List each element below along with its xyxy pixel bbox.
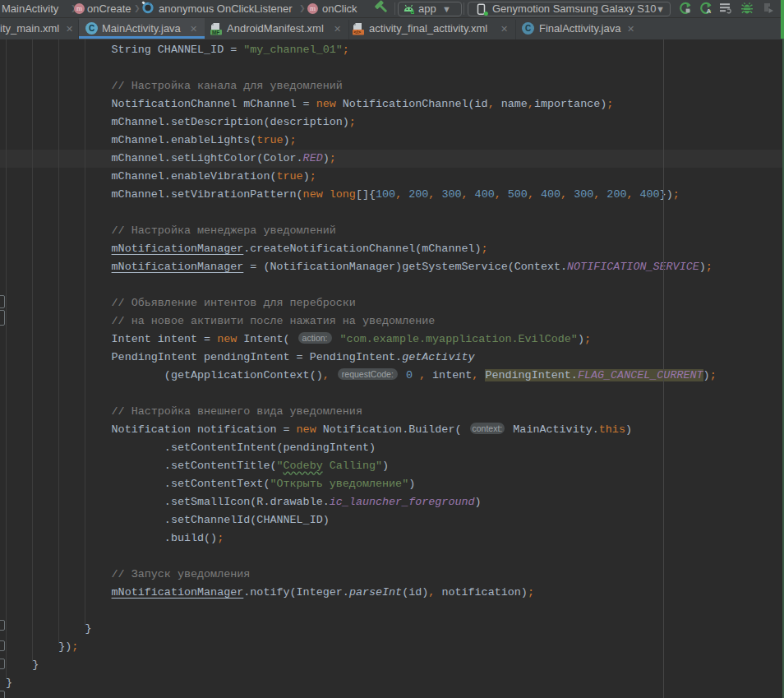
svg-text:MF: MF	[212, 30, 219, 35]
svg-text:A: A	[706, 7, 711, 15]
svg-text:</>: </>	[353, 29, 361, 35]
